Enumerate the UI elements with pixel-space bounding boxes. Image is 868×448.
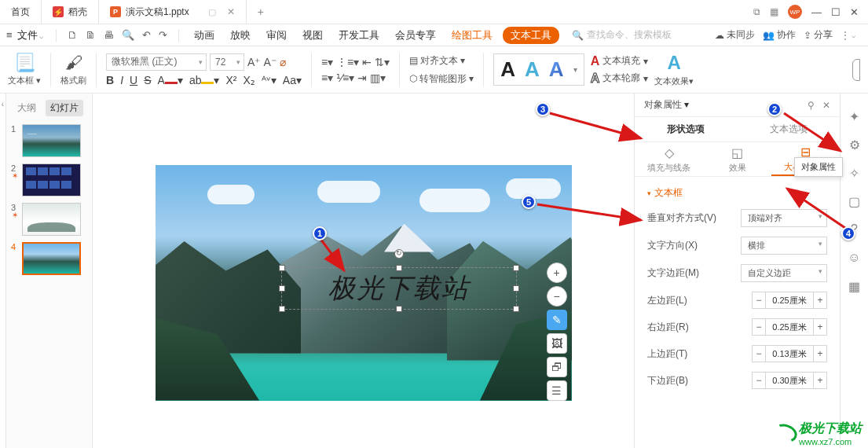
thumbnail-4[interactable]: 4 bbox=[11, 242, 87, 275]
textbox-button[interactable]: 📃 文本框 ▾ bbox=[8, 53, 41, 86]
window-close[interactable]: ✕ bbox=[850, 6, 859, 18]
rail-media-icon[interactable]: ▦ bbox=[848, 279, 862, 293]
spinner-left[interactable]: − 0.25厘米 + bbox=[752, 292, 827, 309]
spinner-down[interactable]: − bbox=[752, 372, 766, 389]
resize-handle[interactable] bbox=[279, 265, 285, 271]
float-layers-icon[interactable]: ☰ bbox=[547, 380, 567, 401]
resize-handle[interactable] bbox=[513, 265, 519, 271]
wordart-gallery[interactable]: A A A ▾ bbox=[493, 53, 584, 86]
number-list-icon[interactable]: ⅟≡▾ bbox=[336, 72, 354, 84]
window-maximize[interactable]: ☐ bbox=[831, 6, 841, 18]
align-center-icon[interactable]: ≡▾ bbox=[321, 72, 333, 84]
collab-button[interactable]: 👥协作 bbox=[763, 28, 796, 42]
menu-review[interactable]: 审阅 bbox=[261, 28, 292, 42]
font-color-button[interactable]: A▾ bbox=[158, 74, 183, 86]
prop-tab-text[interactable]: 文本选项 bbox=[738, 117, 841, 142]
font-size-up-icon[interactable]: A⁺ bbox=[247, 56, 260, 68]
menu-text-tools[interactable]: 文本工具 bbox=[503, 27, 559, 44]
qa-print-icon[interactable]: 🖶 bbox=[104, 29, 114, 41]
slide-canvas[interactable]: 极光下载站 + − ✎ 🖼 🗗 ☰ ☺ Ŧ bbox=[156, 165, 572, 401]
columns-icon[interactable]: ▥▾ bbox=[370, 72, 386, 84]
resize-handle[interactable] bbox=[513, 306, 519, 312]
close-panel-icon[interactable]: ✕ bbox=[822, 100, 830, 111]
rail-settings-icon[interactable]: ⚙ bbox=[848, 138, 862, 152]
qa-save-icon[interactable]: 🗋 bbox=[68, 29, 78, 41]
select-valign[interactable]: 顶端对齐 bbox=[741, 209, 827, 227]
text-effect-button[interactable]: A 文本效果▾ bbox=[654, 52, 694, 87]
format-brush-button[interactable]: 🖌 格式刷 bbox=[60, 53, 86, 86]
font-size-down-icon[interactable]: A⁻ bbox=[263, 56, 276, 68]
section-textbox[interactable]: ▾ 文本框 bbox=[647, 186, 827, 200]
nav-collapse[interactable]: ‹ bbox=[0, 94, 6, 448]
thumbnail-3[interactable]: 3 ✶ bbox=[11, 203, 87, 236]
resize-handle[interactable] bbox=[396, 265, 402, 271]
sync-button[interactable]: ☁未同步 bbox=[715, 28, 755, 42]
align-text-button[interactable]: ▤对齐文本▾ bbox=[409, 54, 474, 68]
slides-tab[interactable]: 幻灯片 bbox=[46, 100, 83, 116]
clear-format-icon[interactable]: ⌀ bbox=[280, 56, 286, 68]
qa-redo-icon[interactable]: ↷ bbox=[159, 29, 167, 41]
search-box[interactable]: 🔍 查找命令、搜索模板 bbox=[572, 28, 672, 42]
float-multipic-icon[interactable]: 🗗 bbox=[547, 357, 567, 377]
float-add-icon[interactable]: + bbox=[547, 263, 567, 283]
text-outline-button[interactable]: A文本轮廓▾ bbox=[591, 72, 649, 86]
underline-button[interactable]: U bbox=[130, 74, 137, 86]
tab-close-icon[interactable]: ✕ bbox=[227, 6, 235, 17]
select-margin[interactable]: 自定义边距 bbox=[741, 264, 827, 282]
highlight-button[interactable]: ab▾ bbox=[189, 74, 220, 86]
spinner-up[interactable]: + bbox=[813, 318, 827, 336]
spinner-down[interactable]: − bbox=[752, 318, 766, 336]
pin-icon[interactable]: ⚲ bbox=[808, 100, 815, 111]
change-case-button[interactable]: Aa▾ bbox=[283, 74, 302, 86]
grid-icon[interactable]: ▦ bbox=[770, 6, 778, 17]
wordart-style-3[interactable]: A bbox=[549, 57, 564, 82]
select-textdir[interactable]: 横排 bbox=[741, 237, 827, 255]
float-pen-icon[interactable]: ✎ bbox=[547, 310, 567, 330]
tab-brand[interactable]: ⚡ 稻壳 bbox=[42, 0, 98, 24]
bold-button[interactable]: B bbox=[106, 74, 114, 86]
text-box[interactable]: 极光下载站 bbox=[281, 267, 517, 310]
rail-beautify-icon[interactable]: ☺ bbox=[848, 251, 862, 265]
tab-add[interactable]: + bbox=[247, 0, 275, 24]
float-picture-icon[interactable]: 🖼 bbox=[547, 333, 567, 354]
qa-undo-icon[interactable]: ↶ bbox=[142, 29, 151, 41]
thumbnail-1[interactable]: 1 bbox=[11, 124, 87, 157]
resize-handle[interactable] bbox=[279, 285, 285, 292]
thumbnail-2[interactable]: 2 ✶ bbox=[11, 163, 87, 196]
rail-shape-icon[interactable]: ✦ bbox=[848, 109, 862, 123]
wordart-style-2[interactable]: A bbox=[525, 57, 540, 82]
spinner-up[interactable]: + bbox=[813, 292, 827, 309]
resize-handle[interactable] bbox=[279, 306, 285, 312]
prop-tab-shape[interactable]: 形状选项 bbox=[635, 117, 738, 142]
italic-button[interactable]: I bbox=[120, 74, 123, 86]
menu-icon[interactable]: ≡ bbox=[6, 29, 13, 41]
indent-left-icon[interactable]: ⇤ bbox=[362, 56, 372, 68]
user-badge[interactable]: WP bbox=[788, 5, 802, 19]
menu-view[interactable]: 视图 bbox=[297, 28, 328, 42]
spinner-top[interactable]: − 0.13厘米 + bbox=[752, 345, 827, 362]
spinner-down[interactable]: − bbox=[752, 292, 766, 309]
smart-shape-button[interactable]: ⬡转智能图形▾ bbox=[409, 72, 474, 86]
qa-saveas-icon[interactable]: 🗎 bbox=[86, 29, 96, 41]
resize-handle[interactable] bbox=[513, 285, 519, 292]
char-spacing-button[interactable]: ᴬᵛ▾ bbox=[262, 74, 277, 86]
tab-file[interactable]: P 演示文稿1.pptx ▢ ✕ bbox=[99, 0, 246, 24]
outline-tab[interactable]: 大纲 bbox=[13, 100, 41, 116]
rail-template-icon[interactable]: ▢ bbox=[848, 194, 862, 208]
subscript-button[interactable]: X₂ bbox=[243, 74, 255, 86]
font-select[interactable]: 微软雅黑 (正文) bbox=[106, 53, 207, 71]
rail-star-icon[interactable]: ✧ bbox=[848, 166, 862, 180]
toolbar-handle[interactable] bbox=[852, 59, 860, 81]
font-size-select[interactable]: 72 bbox=[210, 53, 244, 71]
menu-drawing-tools[interactable]: 绘图工具 bbox=[446, 28, 498, 42]
subtab-fill[interactable]: ◇ 填充与线条 bbox=[635, 142, 703, 176]
tab-home[interactable]: 首页 bbox=[0, 0, 41, 24]
float-minus-icon[interactable]: − bbox=[547, 286, 567, 307]
subtab-effect[interactable]: ◱ 效果 bbox=[703, 142, 771, 176]
present-icon[interactable]: ▢ bbox=[208, 7, 216, 17]
spinner-up[interactable]: + bbox=[813, 372, 827, 389]
spinner-right[interactable]: − 0.25厘米 + bbox=[752, 318, 827, 336]
spinner-bottom[interactable]: − 0.30厘米 + bbox=[752, 372, 827, 389]
menu-premium[interactable]: 会员专享 bbox=[390, 28, 441, 42]
line-spacing-icon[interactable]: ⇅▾ bbox=[375, 56, 390, 68]
